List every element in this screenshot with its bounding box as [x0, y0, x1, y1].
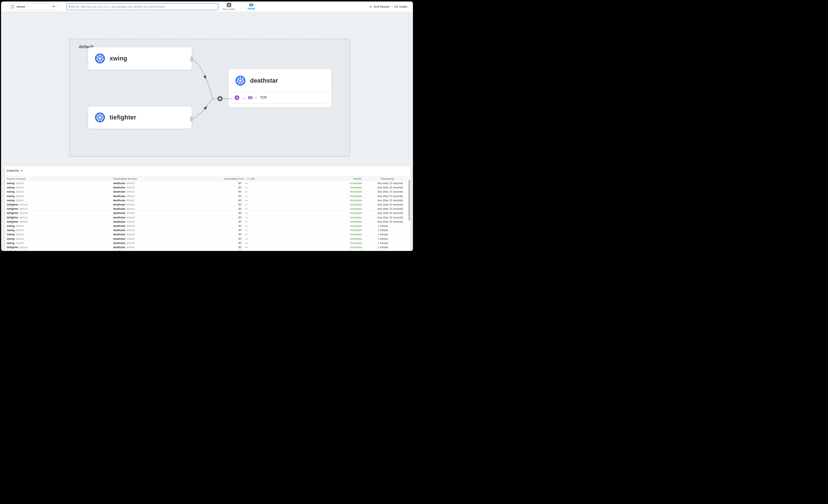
destination-namespace: default	[126, 224, 134, 227]
table-row[interactable]: xwingdefault deathstardefault 80 — forwa…	[5, 185, 410, 190]
verdict-filter-button[interactable]: Any verdict	[221, 3, 237, 10]
table-row[interactable]: tiefighterdefault deathstardefault 80 — …	[5, 207, 410, 211]
chevron-down-icon	[53, 6, 55, 7]
l7-info: —	[242, 229, 350, 232]
destination-port: 80	[223, 212, 242, 215]
destination-service: deathstar	[113, 203, 125, 206]
col-header-timestamp[interactable]: Timestamp	[378, 177, 408, 180]
destination-service: deathstar	[113, 250, 125, 251]
source-namespace: default	[15, 186, 24, 189]
source-service: tiefighter	[7, 203, 18, 206]
table-row[interactable]: tiefighterdefault deathstardefault 80 — …	[5, 216, 410, 220]
destination-port: 80	[223, 220, 242, 223]
destination-namespace: default	[126, 186, 134, 189]
source-service: xwing	[7, 237, 14, 240]
table-row[interactable]: xwingdefault deathstardefault 80 — forwa…	[5, 190, 410, 194]
table-row[interactable]: xwingdefault deathstardefault 80 — forwa…	[5, 194, 410, 198]
service-card-deathstar[interactable]: deathstar → 80 TCP	[229, 69, 331, 107]
source-namespace: default	[19, 212, 28, 215]
table-row[interactable]: xwingdefault deathstardefault 80 — forwa…	[5, 224, 410, 228]
namespace-icon	[10, 5, 14, 8]
destination-service: deathstar	[113, 220, 125, 223]
service-name: deathstar	[250, 77, 278, 84]
timestamp: less than 10 seconds	[378, 199, 408, 202]
view-toggle-visual[interactable]: Visual	[245, 3, 257, 10]
table-row[interactable]: xwingdefault deathstardefault 80 — forwa…	[5, 181, 410, 185]
timestamp: less than 10 seconds	[378, 190, 408, 193]
destination-namespace: default	[126, 241, 134, 244]
table-row[interactable]: tiefighterdefault deathstardefault 80 — …	[5, 202, 410, 207]
destination-port: 80	[223, 186, 242, 189]
table-row[interactable]: xwingdefault deathstardefault 80 — forwa…	[5, 241, 410, 245]
col-header-l7-info[interactable]: L7 info	[242, 177, 350, 180]
timestamp: 1 minute	[378, 229, 408, 232]
destination-namespace: default	[126, 216, 134, 219]
destination-port: 80	[223, 182, 242, 185]
service-name: tiefighter	[110, 114, 136, 121]
filter-input[interactable]: Filter by: label key=val, ip=1.1.1.1, dn…	[67, 3, 218, 10]
columns-button[interactable]: Columns	[7, 168, 23, 173]
col-header-destination-service[interactable]: Destination Service	[113, 177, 223, 180]
l7-info: —	[242, 186, 350, 189]
table-row[interactable]: xwingdefault deathstardefault 80 — forwa…	[5, 237, 410, 241]
source-namespace: default	[19, 220, 28, 223]
timestamp: less than 10 seconds	[378, 220, 408, 223]
access-point-row[interactable]: → 80 TCP	[231, 92, 329, 103]
source-service: tiefighter	[7, 246, 18, 249]
table-row[interactable]: tiefighterdefault deathstardefault 80 — …	[5, 245, 410, 249]
text-cursor	[69, 5, 69, 8]
table-row[interactable]: tiefighterdefault deathstardefault 80 — …	[5, 220, 410, 224]
verdict: forwarded	[350, 233, 378, 236]
destination-port: 80	[223, 190, 242, 193]
target-icon	[235, 95, 240, 100]
timestamp: less than 10 seconds	[378, 186, 408, 189]
timestamp: less than 10 seconds	[378, 203, 408, 206]
table-row[interactable]: xwingdefault deathstardefault 80 — forwa…	[5, 228, 410, 232]
service-card-tiefighter[interactable]: tiefighter	[88, 106, 192, 129]
table-row[interactable]: xwingdefault deathstardefault 80 — forwa…	[5, 232, 410, 237]
destination-service: deathstar	[113, 237, 125, 240]
source-service: xwing	[7, 229, 14, 232]
verdict: forwarded	[350, 212, 378, 215]
source-namespace: default	[15, 224, 24, 227]
destination-namespace: default	[126, 237, 134, 240]
source-namespace: default	[15, 237, 24, 240]
table-row[interactable]: tiefighterdefault deathstardefault 80 — …	[5, 211, 410, 215]
dot-separator	[255, 97, 257, 99]
destination-service: deathstar	[113, 186, 125, 189]
source-service: tiefighter	[7, 250, 18, 251]
destination-namespace: default	[126, 190, 134, 193]
destination-namespace: default	[126, 203, 134, 206]
namespace-select[interactable]: default	[8, 3, 57, 10]
l7-info: —	[242, 203, 350, 206]
service-card-xwing[interactable]: xwing	[88, 47, 192, 70]
destination-port: 80	[223, 207, 242, 210]
service-name: xwing	[110, 55, 127, 62]
col-header-destination-port[interactable]: Destination Port	[223, 177, 244, 180]
destination-port: 80	[223, 237, 242, 240]
table-header-row: Source Service Destination Service Desti…	[5, 176, 410, 181]
eye-icon	[249, 3, 254, 7]
access-point-port: 80	[248, 95, 253, 100]
destination-port: 80	[223, 250, 242, 251]
table-scrollbar[interactable]	[409, 180, 410, 221]
l7-info: —	[242, 241, 350, 244]
destination-service: deathstar	[113, 233, 125, 236]
source-service: xwing	[7, 186, 14, 189]
kubernetes-icon	[95, 53, 105, 63]
col-header-source-service[interactable]: Source Service	[7, 177, 113, 180]
table-row[interactable]: tiefighterdefault deathstardefault 80 — …	[5, 249, 410, 251]
top-bar: default Filter by: label key=val, ip=1.1…	[1, 1, 413, 12]
l7-info: —	[242, 224, 350, 227]
table-row[interactable]: xwingdefault deathstardefault 80 — forwa…	[5, 198, 410, 202]
source-service: xwing	[7, 182, 14, 185]
timestamp: less than 10 seconds	[378, 207, 408, 210]
verdict: forwarded	[350, 199, 378, 202]
source-namespace: default	[15, 182, 24, 185]
timestamp: 1 minute	[378, 237, 408, 240]
col-header-verdict[interactable]: Verdict	[350, 177, 378, 180]
l7-info: —	[242, 216, 350, 219]
verdict: forwarded	[350, 220, 378, 223]
verdict: forwarded	[350, 224, 378, 227]
table-body: xwingdefault deathstardefault 80 — forwa…	[5, 181, 410, 251]
